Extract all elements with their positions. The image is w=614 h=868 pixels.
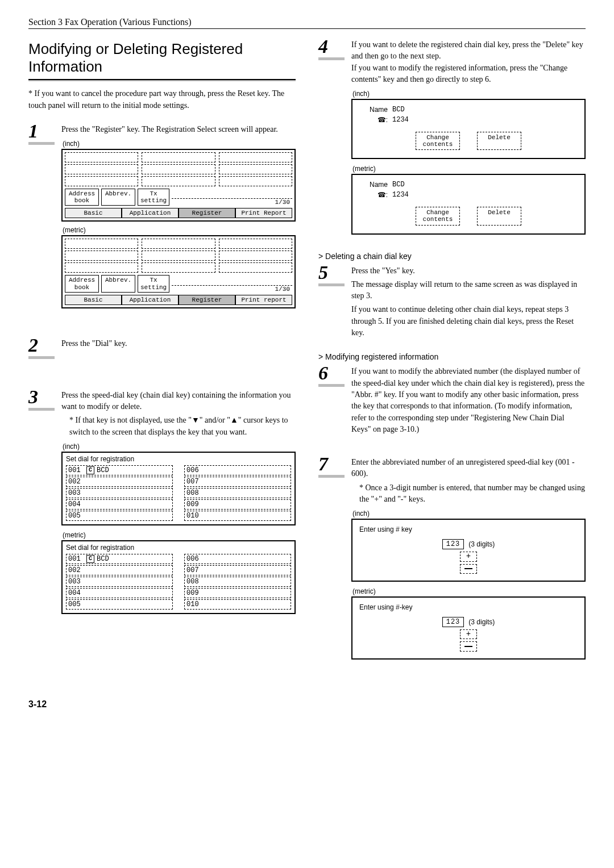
name-label: Name bbox=[359, 181, 388, 189]
page-number: 3-12 bbox=[28, 699, 586, 710]
plus-button[interactable]: + bbox=[460, 552, 477, 561]
step3-note: * If that key is not displayed, use the … bbox=[61, 415, 296, 438]
dial-key-001[interactable]: 001CBCD bbox=[66, 465, 173, 475]
phone-icon bbox=[377, 116, 386, 124]
enter-prompt: Enter using #-key bbox=[359, 603, 578, 611]
tab-address-book[interactable]: Address book bbox=[65, 275, 99, 292]
dial-panel-metric: Set dial for registration 001CBCD 002 00… bbox=[61, 540, 296, 614]
btab-register[interactable]: Register bbox=[179, 208, 235, 218]
step7-text: Enter the abbreviated number of an unreg… bbox=[351, 457, 586, 480]
plus-button[interactable]: + bbox=[460, 629, 477, 639]
unit-metric-label: (metric) bbox=[352, 587, 586, 595]
step-marker-7: 7 bbox=[318, 454, 345, 665]
delete-button[interactable]: Delete bbox=[477, 207, 521, 225]
step2-text: Press the "Dial" key. bbox=[61, 338, 296, 349]
phone-icon bbox=[377, 191, 386, 199]
unit-inch-label: (inch) bbox=[63, 443, 296, 450]
unit-metric-label: (metric) bbox=[352, 165, 586, 173]
enter-panel-metric: Enter using #-key 123 (3 digits) + bbox=[351, 596, 586, 660]
dial-key-001[interactable]: 001CBCD bbox=[66, 554, 173, 564]
dial-key-009[interactable]: 009 bbox=[184, 588, 291, 598]
dial-key-003[interactable]: 003 bbox=[66, 577, 173, 587]
dial-key-007[interactable]: 007 bbox=[184, 565, 291, 575]
minus-button[interactable] bbox=[460, 564, 477, 574]
subheading-delete: > Deleting a chain dial key bbox=[318, 252, 586, 261]
btab-basic[interactable]: Basic bbox=[65, 295, 122, 305]
number-display: 123 bbox=[442, 539, 464, 549]
detail-panel-metric: NameBCD :1234 Change contents Delete bbox=[351, 174, 586, 234]
subheading-modify: > Modifying registered information bbox=[318, 352, 586, 361]
dial-panel-inch: Set dial for registration 001CBCD 002 00… bbox=[61, 452, 296, 525]
dial-key-008[interactable]: 008 bbox=[184, 577, 291, 587]
step-marker-6: 6 bbox=[318, 364, 345, 437]
tab-abbrev[interactable]: Abbrev. bbox=[101, 275, 135, 292]
phone-value: 1234 bbox=[392, 116, 409, 124]
step-marker-3: 3 bbox=[28, 387, 55, 620]
dial-key-005[interactable]: 005 bbox=[66, 599, 173, 610]
register-panel-inch: Address book Abbrev. Tx setting 1/30 Bas… bbox=[61, 149, 296, 222]
step-marker-5: 5 bbox=[318, 263, 345, 341]
section-header: Section 3 Fax Operation (Various Functio… bbox=[28, 17, 586, 29]
tab-abbrev[interactable]: Abbrev. bbox=[101, 189, 135, 206]
chain-icon: C bbox=[86, 555, 94, 563]
phone-value: 1234 bbox=[392, 191, 409, 199]
page-counter: 1/30 bbox=[172, 285, 292, 293]
digits-hint: (3 digits) bbox=[468, 540, 495, 548]
btab-application[interactable]: Application bbox=[122, 208, 179, 218]
name-label: Name bbox=[359, 106, 388, 114]
dial-key-004[interactable]: 004 bbox=[66, 499, 173, 510]
chain-icon: C bbox=[86, 466, 94, 474]
tab-tx-setting[interactable]: Tx setting bbox=[138, 189, 169, 206]
dial-key-009[interactable]: 009 bbox=[184, 499, 291, 510]
step7-note: * Once a 3-digit number is entered, that… bbox=[351, 482, 586, 506]
dial-key-005[interactable]: 005 bbox=[66, 511, 173, 521]
dial-key-007[interactable]: 007 bbox=[184, 477, 291, 487]
detail-panel-inch: NameBCD :1234 Change contents Delete bbox=[351, 99, 586, 159]
register-panel-metric: Address book Abbrev. Tx setting 1/30 Bas… bbox=[61, 235, 296, 308]
number-display: 123 bbox=[442, 617, 464, 627]
change-contents-button[interactable]: Change contents bbox=[416, 132, 460, 150]
unit-inch-label: (inch) bbox=[352, 90, 586, 98]
cancel-note: * If you want to cancel the procedure pa… bbox=[28, 88, 296, 111]
dial-key-002[interactable]: 002 bbox=[66, 565, 173, 575]
dial-key-002[interactable]: 002 bbox=[66, 477, 173, 487]
dial-key-010[interactable]: 010 bbox=[184, 599, 291, 610]
dial-panel-title: Set dial for registration bbox=[66, 455, 291, 463]
dial-panel-title: Set dial for registration bbox=[66, 544, 291, 552]
change-contents-button[interactable]: Change contents bbox=[416, 207, 460, 225]
name-value: BCD bbox=[392, 106, 405, 114]
dial-key-004[interactable]: 004 bbox=[66, 588, 173, 598]
tab-address-book[interactable]: Address book bbox=[65, 189, 99, 206]
dial-key-003[interactable]: 003 bbox=[66, 488, 173, 498]
step1-text: Press the "Register" key. The Registrati… bbox=[61, 124, 296, 135]
dial-key-008[interactable]: 008 bbox=[184, 488, 291, 498]
minus-button[interactable] bbox=[460, 641, 477, 651]
dial-key-006[interactable]: 006 bbox=[184, 554, 291, 564]
unit-inch-label: (inch) bbox=[63, 140, 296, 148]
tab-tx-setting[interactable]: Tx setting bbox=[138, 275, 169, 292]
digits-hint: (3 digits) bbox=[468, 618, 495, 626]
step5-line2: The message display will return to the s… bbox=[351, 279, 586, 302]
enter-prompt: Enter using # key bbox=[359, 525, 578, 533]
dial-key-010[interactable]: 010 bbox=[184, 511, 291, 521]
unit-metric-label: (metric) bbox=[63, 226, 296, 234]
step-marker-4: 4 bbox=[318, 37, 345, 240]
page-counter: 1/30 bbox=[172, 198, 292, 206]
step6-text: If you want to modify the abbreviated nu… bbox=[351, 366, 586, 435]
enter-panel-inch: Enter using # key 123 (3 digits) + bbox=[351, 519, 586, 582]
btab-register[interactable]: Register bbox=[179, 295, 235, 305]
step-marker-1: 1 bbox=[28, 122, 55, 313]
btab-basic[interactable]: Basic bbox=[65, 208, 122, 218]
title-rule bbox=[28, 79, 296, 81]
btab-print-report[interactable]: Print Report bbox=[235, 208, 292, 218]
step5-line3: If you want to continue deleting other c… bbox=[351, 304, 586, 339]
unit-metric-label: (metric) bbox=[63, 531, 296, 539]
step4-text: If you want to delete the registered cha… bbox=[351, 39, 586, 85]
btab-print-report[interactable]: Print report bbox=[235, 295, 292, 305]
step-marker-2: 2 bbox=[28, 336, 55, 359]
btab-application[interactable]: Application bbox=[122, 295, 179, 305]
dial-key-006[interactable]: 006 bbox=[184, 465, 291, 475]
name-value: BCD bbox=[392, 181, 405, 189]
delete-button[interactable]: Delete bbox=[477, 132, 521, 150]
unit-inch-label: (inch) bbox=[352, 510, 586, 518]
